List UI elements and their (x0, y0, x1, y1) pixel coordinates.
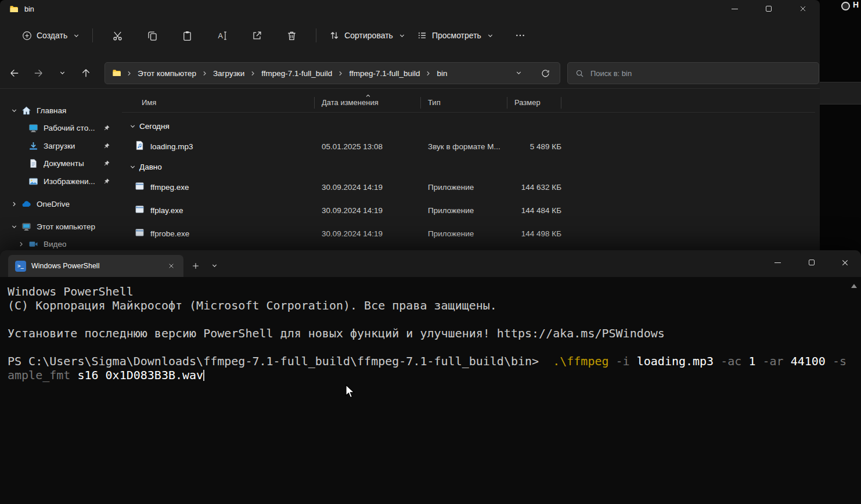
arrow-up-icon (81, 68, 91, 78)
copy-button[interactable] (141, 25, 164, 46)
scrollbar-up-arrow-icon[interactable] (851, 284, 857, 288)
chevron-right-icon[interactable] (248, 70, 257, 77)
breadcrumb-item[interactable]: ffmpeg-7.1-full_build (345, 67, 424, 80)
sidebar-item-documents[interactable]: Документы (0, 155, 110, 172)
avatar-icon[interactable] (841, 2, 850, 10)
chevron-down-icon[interactable] (9, 222, 19, 231)
column-header-name[interactable]: Имя (122, 93, 315, 112)
column-header-size[interactable]: Размер (507, 93, 561, 112)
refresh-button[interactable] (538, 66, 553, 81)
terminal-text-segment: -ar (762, 354, 783, 368)
sidebar-item-computer[interactable]: Этот компьютер (0, 218, 110, 235)
breadcrumb-item[interactable]: Этот компьютер (134, 67, 200, 80)
breadcrumb-item[interactable]: bin (433, 67, 451, 80)
breadcrumb-item[interactable]: Загрузки (209, 67, 248, 80)
sort-button[interactable]: Сортировать (323, 26, 411, 45)
minimize-button[interactable] (721, 0, 748, 17)
sort-button-label: Сортировать (344, 31, 393, 40)
sidebar-item-home[interactable]: Главная (0, 102, 110, 119)
file-row[interactable]: ffprobe.exe30.09.2024 14:19Приложение144… (122, 222, 815, 245)
column-header-date[interactable]: Дата изменения (315, 93, 421, 112)
terminal-window: >_ Windows PowerShell Windows PowerShell… (0, 250, 861, 504)
sidebar-item-label: OneDrive (37, 200, 70, 208)
window-title: bin (24, 5, 34, 13)
file-name: ffprobe.exe (150, 229, 189, 238)
column-header-type[interactable]: Тип (421, 93, 507, 112)
file-size: 144 484 КБ (507, 206, 561, 215)
maximize-button[interactable] (798, 250, 825, 275)
breadcrumb-item[interactable]: ffmpeg-7.1-full_build (257, 67, 336, 80)
chevron-right-icon[interactable] (336, 70, 345, 77)
delete-button[interactable] (280, 25, 303, 46)
terminal-line (8, 312, 861, 326)
close-button[interactable] (790, 0, 816, 17)
cut-button[interactable] (106, 25, 129, 46)
terminal-caret (203, 370, 204, 381)
sidebar-item-onedrive[interactable]: OneDrive (0, 196, 110, 213)
desktop-icon (28, 123, 38, 133)
minimize-icon (774, 262, 781, 263)
tab-dropdown-button[interactable] (207, 258, 222, 273)
back-button[interactable] (5, 63, 24, 83)
recent-locations-button[interactable] (53, 63, 71, 83)
file-list: Сегодняloading.mp305.01.2025 13:08Звук в… (122, 113, 815, 245)
paste-button[interactable] (175, 25, 199, 46)
svg-text:A: A (218, 32, 223, 40)
file-row[interactable]: loading.mp305.01.2025 13:08Звук в формат… (122, 135, 815, 158)
tab-close-button[interactable] (164, 258, 179, 273)
more-options-button[interactable] (509, 25, 532, 46)
chevron-right-icon[interactable] (200, 70, 209, 77)
rename-button[interactable]: A (210, 25, 233, 46)
chevron-right-icon[interactable] (16, 240, 26, 249)
file-row[interactable]: ffplay.exe30.09.2024 14:19Приложение144 … (122, 199, 815, 222)
rename-icon: A (217, 30, 228, 41)
pin-icon (103, 124, 110, 132)
address-dropdown-button[interactable] (511, 66, 526, 81)
new-button-label: Создать (37, 31, 67, 40)
column-headers: Имя Дата изменения Тип Размер (122, 93, 815, 113)
ellipsis-icon (515, 30, 525, 41)
chevron-spacer (16, 124, 26, 133)
pictures-icon (28, 177, 38, 186)
search-input[interactable] (590, 69, 811, 78)
file-row[interactable]: ffmpeg.exe30.09.2024 14:19Приложение144 … (122, 175, 815, 199)
search-box[interactable] (567, 62, 819, 84)
forward-button[interactable] (29, 63, 48, 83)
close-button[interactable] (831, 250, 859, 275)
address-bar[interactable]: Этот компьютерЗагрузкиffmpeg-7.1-full_bu… (105, 62, 560, 84)
terminal-line: Windows PowerShell (8, 285, 861, 298)
terminal-output[interactable]: Windows PowerShell(C) Корпорация Майкрос… (0, 277, 861, 382)
sidebar-item-downloads[interactable]: Загрузки (0, 138, 110, 154)
terminal-text-segment (609, 354, 616, 368)
chevron-down-icon (399, 33, 405, 39)
pin-icon (103, 142, 110, 150)
view-button[interactable]: Просмотреть (411, 26, 499, 45)
sort-icon (329, 30, 340, 41)
new-button[interactable]: Создать (16, 26, 85, 45)
minimize-button[interactable] (764, 250, 791, 275)
chevron-down-icon[interactable] (128, 123, 137, 129)
terminal-text-segment: ample_fmt (8, 368, 70, 382)
sidebar-item-desktop[interactable]: Рабочий сто... (0, 120, 110, 136)
share-button[interactable] (245, 25, 268, 46)
terminal-tab[interactable]: >_ Windows PowerShell (8, 255, 183, 277)
view-icon (417, 30, 427, 41)
new-tab-button[interactable] (188, 258, 203, 273)
chevron-down-icon (73, 33, 80, 39)
sidebar-item-label: Документы (44, 159, 84, 168)
chevron-right-icon[interactable] (424, 70, 433, 77)
group-header[interactable]: Сегодня (122, 117, 815, 135)
home-icon (21, 106, 31, 116)
chevron-spacer (16, 141, 26, 150)
chevron-down-icon[interactable] (9, 106, 19, 115)
sidebar-item-pictures[interactable]: Изображени... (0, 173, 110, 190)
group-header[interactable]: Давно (122, 158, 815, 175)
maximize-button[interactable] (755, 0, 782, 17)
folder-icon (9, 5, 19, 14)
chevron-down-icon[interactable] (128, 164, 137, 170)
up-button[interactable] (77, 63, 95, 83)
copy-icon (147, 30, 158, 41)
terminal-text-segment: PS C:\Users\Sigma\Downloads\ffmpeg-7.1-f… (8, 354, 553, 368)
chevron-right-icon[interactable] (9, 199, 19, 208)
terminal-tabbar: >_ Windows PowerShell (0, 250, 861, 277)
